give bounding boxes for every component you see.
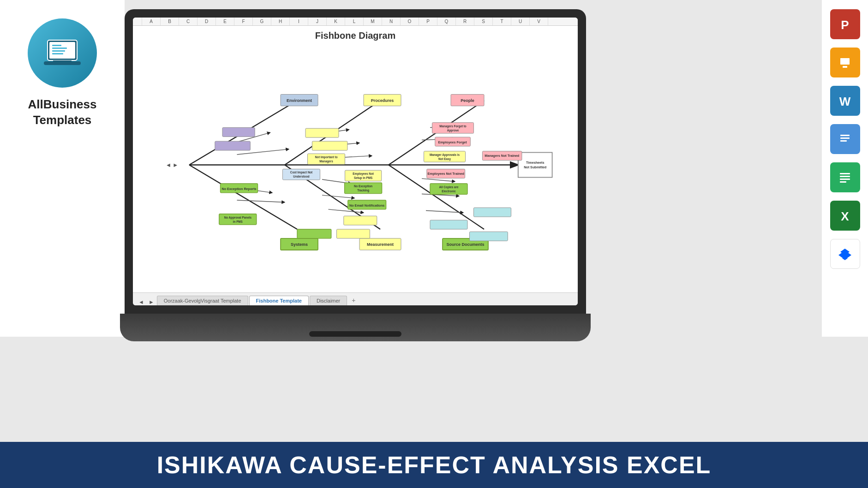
svg-line-46 (237, 200, 285, 202)
excel-icon[interactable]: X (830, 201, 860, 231)
left-sidebar: AllBusiness Templates (0, 0, 125, 337)
laptop-screen: A B C D E F G H I J K L M N O P Q R S T (133, 18, 578, 305)
banner-text: ISHIKAWA CAUSE-EFFECT ANALYSIS EXCEL (157, 451, 712, 479)
col-Q: Q (437, 18, 456, 25)
svg-text:Not Submitted: Not Submitted (524, 165, 546, 169)
col-V: V (530, 18, 548, 25)
svg-text:W: W (839, 95, 851, 108)
svg-text:Procedures: Procedures (371, 98, 394, 103)
sheet-tab-2[interactable]: Fishbone Template (249, 296, 309, 305)
col-T: T (493, 18, 511, 25)
svg-text:No Approval Panels: No Approval Panels (224, 216, 252, 220)
svg-rect-12 (843, 66, 847, 68)
svg-text:Cost Impact Not: Cost Impact Not (290, 171, 313, 174)
slides-icon[interactable] (830, 48, 860, 77)
svg-text:Electronic: Electronic (442, 190, 456, 193)
column-headers: A B C D E F G H I J K L M N O P Q R S T (133, 18, 578, 26)
word-icon[interactable]: W (830, 86, 860, 116)
docs-icon[interactable] (830, 124, 860, 154)
col-E: E (216, 18, 234, 25)
sheet-tab-3[interactable]: Disclaimer (310, 296, 347, 305)
col-U: U (511, 18, 530, 25)
svg-rect-111 (470, 232, 508, 241)
dropbox-icon[interactable] (830, 239, 860, 269)
svg-rect-15 (838, 132, 852, 147)
svg-text:All Copies are: All Copies are (439, 185, 459, 189)
svg-text:Measurement: Measurement (367, 242, 394, 247)
logo-circle (28, 18, 97, 88)
svg-text:Manager Approvals is: Manager Approvals is (430, 153, 460, 157)
svg-rect-68 (222, 128, 255, 137)
google-sheets-icon[interactable] (830, 162, 860, 192)
svg-text:Systems: Systems (291, 242, 308, 247)
svg-text:Not Important to: Not Important to (315, 155, 338, 159)
sheet-tabs: ◄ ► Oorzaak-GevolgVisgraat Template Fish… (133, 292, 578, 305)
svg-text:Setup in PMS: Setup in PMS (354, 176, 372, 180)
fishbone-svg: Timesheets Not Submitted Environment Pro… (133, 47, 578, 279)
svg-rect-109 (474, 208, 511, 217)
svg-rect-22 (840, 179, 850, 180)
col-C: C (179, 18, 198, 25)
bottom-banner: ISHIKAWA CAUSE-EFFECT ANALYSIS EXCEL (0, 442, 868, 488)
col-H: H (271, 18, 290, 25)
svg-text:◄: ◄ (166, 162, 171, 168)
col-M: M (364, 18, 382, 25)
right-sidebar: P W (822, 0, 868, 337)
col-N: N (382, 18, 401, 25)
col-F: F (234, 18, 253, 25)
col-B: B (161, 18, 179, 25)
svg-line-50 (422, 179, 455, 181)
svg-text:Managers Not Trained: Managers Not Trained (485, 154, 519, 158)
svg-rect-2 (52, 45, 61, 46)
col-J: J (308, 18, 327, 25)
svg-text:Not Easy: Not Easy (438, 157, 451, 161)
add-sheet-button[interactable]: + (348, 295, 359, 305)
svg-text:P: P (841, 18, 849, 32)
svg-rect-69 (215, 141, 251, 150)
powerpoint-icon[interactable]: P (830, 9, 860, 39)
svg-rect-7 (53, 60, 72, 62)
svg-rect-104 (344, 216, 377, 225)
sheet-nav-left[interactable]: ◄ (137, 299, 146, 305)
svg-rect-16 (840, 135, 850, 136)
svg-rect-11 (840, 58, 850, 65)
brand-name: AllBusiness Templates (28, 97, 97, 128)
col-K: K (327, 18, 345, 25)
laptop-body: A B C D E F G H I J K L M N O P Q R S T (125, 9, 586, 314)
svg-rect-19 (838, 170, 852, 185)
svg-text:No Email Notifications: No Email Notifications (349, 203, 384, 208)
svg-text:Environment: Environment (287, 98, 312, 103)
svg-text:No Exception: No Exception (354, 184, 372, 188)
svg-text:Source Documents: Source Documents (446, 242, 484, 247)
col-S: S (474, 18, 493, 25)
svg-text:Timesheets: Timesheets (526, 161, 544, 165)
svg-rect-105 (337, 229, 370, 238)
laptop-container: A B C D E F G H I J K L M N O P Q R S T (120, 9, 591, 341)
svg-rect-71 (312, 141, 347, 150)
svg-text:People: People (461, 98, 474, 103)
svg-rect-70 (305, 128, 339, 137)
laptop-base (120, 314, 591, 341)
diagram-title: Fishbone Diagram (133, 26, 578, 44)
svg-text:Approve: Approve (447, 129, 459, 132)
col-O: O (401, 18, 419, 25)
col-R: R (456, 18, 474, 25)
svg-text:►: ► (173, 162, 178, 168)
laptop-list-icon (44, 35, 81, 71)
col-D: D (198, 18, 216, 25)
svg-text:Employees Forget: Employees Forget (438, 140, 467, 144)
sheet-nav-right[interactable]: ► (147, 299, 156, 305)
svg-line-48 (322, 195, 354, 198)
svg-text:Employees Not Trained: Employees Not Trained (427, 172, 464, 176)
svg-text:X: X (841, 209, 849, 223)
svg-rect-4 (52, 50, 65, 52)
svg-text:Employees Not: Employees Not (353, 172, 374, 176)
svg-rect-21 (840, 176, 850, 177)
svg-line-49 (329, 209, 364, 213)
svg-text:No Exception Reports: No Exception Reports (221, 187, 256, 191)
svg-rect-3 (52, 48, 67, 49)
col-I: I (290, 18, 308, 25)
sheet-tab-1[interactable]: Oorzaak-GevolgVisgraat Template (157, 296, 248, 305)
svg-rect-110 (430, 220, 467, 229)
svg-rect-18 (840, 140, 847, 142)
